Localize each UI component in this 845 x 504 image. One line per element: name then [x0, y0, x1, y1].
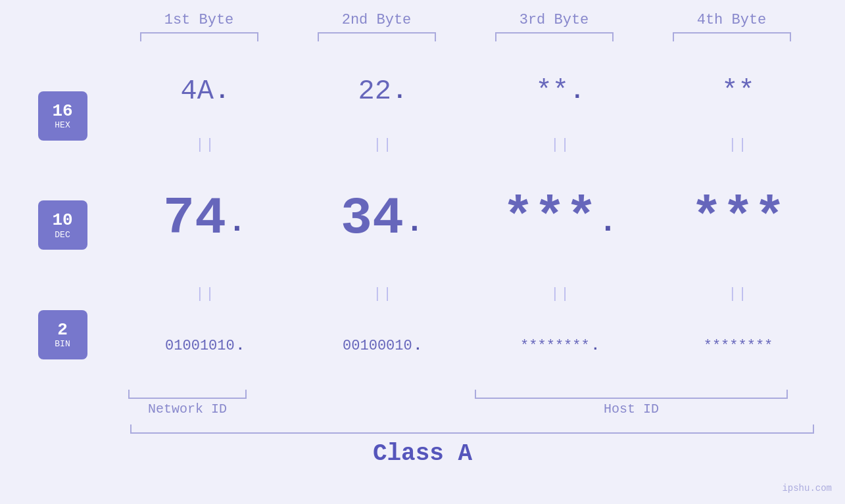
- hex-val-4: **: [721, 76, 754, 107]
- byte-label-3: 3rd Byte: [466, 12, 643, 28]
- spacer-label: [276, 401, 454, 417]
- eq-cell-1b: ||: [117, 285, 295, 302]
- bin-dot-3: .: [591, 338, 600, 354]
- byte-label-1: 1st Byte: [110, 12, 288, 28]
- brackets-row: [99, 390, 845, 399]
- data-grid: 4A . 22 . ** . ** || || ||: [99, 48, 845, 390]
- dec-cell-3: *** .: [472, 193, 650, 245]
- class-row: Class A: [0, 440, 845, 467]
- bin-cell-4: ********: [650, 338, 827, 354]
- outer-bracket: [130, 424, 814, 434]
- bin-cell-3: ******** .: [472, 338, 650, 354]
- dec-val-2: 34: [341, 193, 404, 245]
- outer-bracket-row: [117, 424, 827, 434]
- bin-val-1: 01001010: [165, 338, 235, 354]
- dec-val-3: ***: [502, 193, 597, 245]
- eq-cell-3b: ||: [472, 285, 650, 302]
- network-bracket-wrap: [99, 390, 276, 399]
- main-content-area: 16 HEX 10 DEC 2 BIN 4A . 22: [0, 48, 845, 390]
- eq-cell-2b: ||: [295, 285, 472, 302]
- dec-dot-3: .: [598, 206, 617, 238]
- bin-badge-label: BIN: [55, 339, 70, 349]
- host-bracket: [475, 390, 788, 399]
- dec-cell-2: 34 .: [295, 193, 472, 245]
- hex-cell-4: **: [650, 76, 827, 107]
- eq-cell-4a: ||: [650, 135, 827, 153]
- dec-badge-num: 10: [52, 211, 72, 230]
- eq-cell-1a: ||: [117, 135, 295, 153]
- bracket-top-2: [318, 32, 436, 41]
- byte-label-2: 2nd Byte: [288, 12, 466, 28]
- dec-badge: 10 DEC: [38, 200, 87, 250]
- host-bracket-wrap: [454, 390, 809, 399]
- hex-cell-1: 4A .: [117, 76, 295, 107]
- network-id-label: Network ID: [99, 401, 276, 417]
- main-container: 1st Byte 2nd Byte 3rd Byte 4th Byte 16 H…: [0, 0, 845, 504]
- eq-cell-2a: ||: [295, 135, 472, 153]
- bin-val-3: ********: [520, 338, 590, 354]
- dec-val-1: 74: [163, 193, 226, 245]
- bin-badge: 2 BIN: [38, 310, 87, 359]
- byte-headers-row: 1st Byte 2nd Byte 3rd Byte 4th Byte: [0, 0, 845, 41]
- watermark: ipshu.com: [782, 483, 832, 493]
- hex-row: 4A . 22 . ** . **: [99, 48, 845, 135]
- hex-badge-num: 16: [52, 102, 72, 121]
- bin-dot-2: .: [414, 338, 422, 354]
- byte-col-2: 2nd Byte: [288, 12, 466, 41]
- eq-cell-4b: ||: [650, 285, 827, 302]
- class-label: Class A: [373, 440, 472, 467]
- eq-cell-3a: ||: [472, 135, 650, 153]
- dec-badge-label: DEC: [55, 230, 70, 240]
- bracket-top-3: [495, 32, 614, 41]
- bottom-section: Network ID Host ID: [0, 390, 845, 417]
- equals-row-2: || || || ||: [99, 284, 845, 302]
- dec-row: 74 . 34 . *** . ***: [99, 154, 845, 285]
- hex-badge-label: HEX: [55, 120, 70, 130]
- dec-dot-2: .: [405, 206, 424, 238]
- host-id-label: Host ID: [454, 401, 809, 417]
- bin-cell-2: 00100010 .: [295, 338, 472, 354]
- hex-dot-2: .: [393, 78, 407, 105]
- bin-dot-1: .: [236, 338, 245, 354]
- hex-cell-2: 22 .: [295, 76, 472, 107]
- hex-dot-1: .: [215, 78, 229, 105]
- equals-row-1: || || || ||: [99, 135, 845, 154]
- byte-col-1: 1st Byte: [110, 12, 288, 41]
- dec-cell-1: 74 .: [117, 193, 295, 245]
- hex-dot-3: .: [570, 78, 585, 105]
- hex-badge: 16 HEX: [38, 91, 87, 141]
- dec-val-4: ***: [690, 193, 785, 245]
- bracket-top-1: [140, 32, 258, 41]
- hex-cell-3: ** .: [472, 76, 650, 107]
- hex-val-1: 4A: [180, 76, 213, 107]
- bin-row: 01001010 . 00100010 . ******** . *******…: [99, 302, 845, 390]
- hex-val-2: 22: [358, 76, 391, 107]
- byte-label-4: 4th Byte: [643, 12, 821, 28]
- bin-val-2: 00100010: [343, 338, 412, 354]
- bin-badge-num: 2: [57, 321, 68, 340]
- bin-val-4: ********: [704, 338, 773, 354]
- dec-dot-1: .: [228, 206, 247, 238]
- bin-cell-1: 01001010 .: [117, 338, 295, 354]
- dec-cell-4: ***: [650, 193, 827, 245]
- badges-column: 16 HEX 10 DEC 2 BIN: [26, 48, 99, 390]
- bracket-top-4: [673, 32, 791, 41]
- id-labels-row: Network ID Host ID: [99, 401, 845, 417]
- network-bracket: [128, 390, 247, 399]
- hex-val-3: **: [535, 76, 568, 107]
- byte-col-3: 3rd Byte: [466, 12, 643, 41]
- byte-col-4: 4th Byte: [643, 12, 821, 41]
